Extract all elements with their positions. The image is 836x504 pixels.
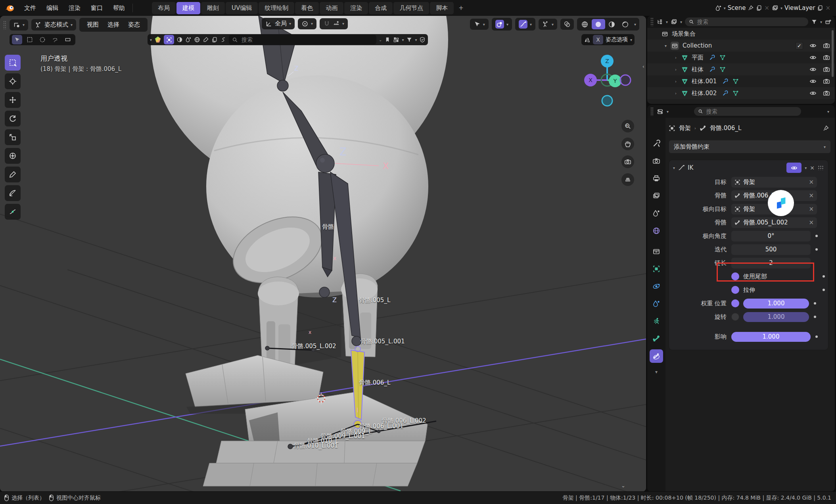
pan-hand-button[interactable] [621, 138, 634, 150]
filter-icon[interactable] [406, 36, 412, 43]
tool-search[interactable] [229, 35, 376, 44]
tab-tool[interactable] [650, 137, 663, 150]
tab-object-data[interactable] [650, 314, 663, 328]
animate-dot[interactable] [815, 235, 818, 237]
stroke-icon[interactable] [220, 36, 226, 43]
tool-breakdowner[interactable] [5, 204, 21, 220]
shield-check-icon[interactable] [419, 36, 426, 43]
workspace-tab-1[interactable]: 建模 [176, 2, 200, 14]
tool-option-toggle[interactable] [164, 35, 174, 44]
chevron-down-icon[interactable]: ▾ [673, 166, 675, 170]
tab-output[interactable] [650, 172, 663, 185]
outliner-scrollbar[interactable] [832, 30, 834, 77]
clear-icon[interactable]: × [809, 192, 814, 199]
camera-icon[interactable] [823, 90, 830, 97]
bone-label[interactable]: 骨骼.005_L [359, 297, 390, 304]
new-scene-icon[interactable] [756, 5, 762, 11]
overlays-toggle[interactable] [560, 19, 574, 30]
breadcrumb-object[interactable]: 骨架 [679, 125, 691, 132]
stretch-checkbox[interactable] [731, 286, 739, 294]
viewlayer-selector[interactable]: ▾ ViewLayer × [772, 4, 830, 11]
bone-label[interactable]: 骨骼.005_L.002 [291, 343, 336, 350]
gizmo-y[interactable]: Y [613, 78, 617, 84]
modifier-wrench-icon[interactable] [722, 90, 729, 96]
use-tail-checkbox[interactable] [731, 272, 739, 280]
bone-label[interactable]: 骨骼 [322, 223, 334, 231]
tool-move[interactable] [5, 92, 21, 108]
gizmo-minus-x[interactable] [620, 75, 631, 85]
bookmark-icon[interactable] [384, 36, 391, 43]
properties-search[interactable] [694, 107, 801, 116]
pin-icon[interactable] [748, 5, 754, 11]
droplets-icon[interactable] [185, 36, 192, 43]
tool-scale[interactable] [5, 129, 21, 145]
properties-search-input[interactable] [706, 108, 797, 115]
mode-dropdown[interactable]: 姿态模式 ▾ [31, 19, 76, 31]
weight-position-checkbox[interactable] [731, 299, 739, 307]
tool-search-input[interactable] [241, 36, 373, 43]
outliner-object-row[interactable]: ›柱体 [647, 63, 835, 75]
snap-controls[interactable]: ▾ [320, 18, 348, 29]
mirror-icon[interactable] [584, 36, 591, 43]
delete-constraint-icon[interactable]: × [810, 165, 815, 171]
pages-icon[interactable] [211, 36, 218, 43]
scene-collection-label[interactable]: 场景集合 [672, 30, 696, 38]
influence-slider[interactable]: 1.000 [731, 332, 811, 342]
chevron-down-icon[interactable]: ▾ [665, 44, 667, 48]
display-mode-icon[interactable] [671, 19, 677, 25]
viewport-canvas[interactable]: Z Z X Z x x [0, 16, 646, 492]
main-menu-1[interactable]: 编辑 [41, 2, 63, 14]
shading-rendered-button[interactable] [619, 19, 632, 29]
chevron-down-icon[interactable]: ▾ [805, 166, 807, 170]
pose-options-label[interactable]: 姿态选项 [606, 36, 628, 43]
camera-icon[interactable] [823, 54, 830, 61]
chevron-down-icon[interactable]: ▾ [150, 38, 152, 42]
object-name[interactable]: 柱体.001 [692, 78, 717, 85]
chevron-right-icon[interactable]: › [675, 56, 677, 60]
falloff-icon[interactable] [519, 20, 527, 29]
animate-dot[interactable] [823, 289, 825, 291]
constraint-enable-toggle[interactable] [786, 163, 801, 173]
gizmo-minus-z[interactable] [602, 96, 612, 106]
pole-angle-field[interactable]: 0° [731, 231, 811, 241]
rail-overflow-icon[interactable]: ▾ [655, 369, 658, 375]
new-collection-icon[interactable] [825, 19, 832, 25]
animate-dot[interactable] [814, 316, 816, 318]
workspace-tab-8[interactable]: 合成 [369, 2, 393, 14]
eye-icon[interactable] [809, 90, 817, 97]
collection-row[interactable]: ▾ Collection ✓ [647, 40, 835, 52]
modifier-wrench-icon[interactable] [722, 78, 729, 84]
tab-scene[interactable] [650, 207, 663, 220]
add-bone-constraint-button[interactable]: 添加骨骼约束 ▾ [669, 140, 831, 153]
tool-annotate[interactable] [5, 167, 21, 182]
tab-object[interactable] [650, 262, 663, 276]
chain-length-field[interactable]: 2 [731, 258, 811, 268]
eye-icon[interactable] [809, 42, 817, 49]
camera-icon[interactable] [823, 42, 830, 49]
zoom-button[interactable]: + [621, 120, 634, 132]
tab-collection[interactable] [650, 245, 663, 258]
proportional-icon[interactable] [495, 20, 504, 29]
workspace-tab-6[interactable]: 动画 [320, 2, 343, 14]
tab-bone-constraints[interactable] [650, 349, 663, 363]
scene-name[interactable]: Scene [728, 4, 746, 11]
eye-icon[interactable] [809, 78, 817, 85]
outliner-object-row[interactable]: ›柱体.001 [647, 75, 835, 87]
gizmo-x[interactable]: X [589, 77, 592, 83]
shading-material-button[interactable] [605, 19, 619, 29]
animate-dot[interactable] [815, 248, 818, 251]
sidebar-toggle-icon[interactable]: ‹ [642, 63, 644, 69]
tool-rotate[interactable] [5, 111, 21, 126]
bone-label[interactable]: 骨骼.005_L.001 [360, 338, 405, 345]
grid-ortho-button[interactable] [621, 173, 634, 186]
workspace-tab-0[interactable]: 布局 [152, 2, 176, 14]
chevron-down-icon[interactable]: ▾ [827, 109, 829, 114]
workspace-tab-7[interactable]: 渲染 [344, 2, 368, 14]
animate-dot[interactable] [814, 302, 816, 305]
shading-wireframe-button[interactable] [578, 19, 592, 29]
viewlayer-name[interactable]: ViewLayer [784, 4, 815, 11]
editor-type-dropdown[interactable]: ▾ [10, 19, 28, 31]
workspace-tab-2[interactable]: 雕刻 [201, 2, 225, 14]
tab-physics[interactable] [650, 280, 663, 293]
magnet-icon[interactable] [323, 20, 330, 27]
